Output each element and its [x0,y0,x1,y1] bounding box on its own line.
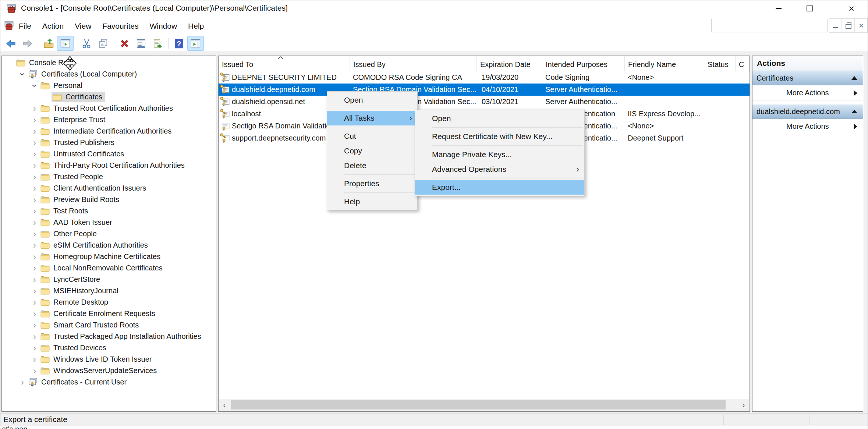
tree-item[interactable]: › Client Authentication Issuers [2,182,216,194]
column-header[interactable]: Expiration Date [477,56,542,71]
tree-item-core[interactable]: Test Roots [39,206,91,216]
scroll-right-arrow[interactable]: › [738,399,749,411]
chevron-icon[interactable]: › [30,332,39,341]
tree-item-core[interactable]: Preview Build Roots [39,194,122,205]
tree-item[interactable]: › Third-Party Root Certification Authori… [2,160,216,171]
chevron-icon[interactable]: › [30,230,39,238]
tree-item-core[interactable]: Personal [39,80,85,91]
chevron-icon[interactable]: › [30,366,39,375]
tree-item-core[interactable]: Local NonRemovable Certificates [39,263,165,273]
tree-item-core[interactable]: Windows Live ID Token Issuer [39,354,155,365]
tree-item-core[interactable]: Client Authentication Issuers [39,183,149,194]
tree-item[interactable]: › Certificates (Local Computer) [2,68,216,80]
chevron-icon[interactable]: › [30,298,39,307]
tree-item-core[interactable]: Trusted People [39,171,106,182]
scroll-left-arrow[interactable]: ‹ [219,399,230,411]
tree-item[interactable]: › Trusted People [2,171,216,182]
tree-item[interactable]: › Personal [2,80,216,91]
menu-item[interactable]: Action [42,22,64,31]
submenu-export[interactable]: Export... [415,180,584,195]
tree-item-core[interactable]: Untrusted Certificates [39,149,127,159]
context-menu-help[interactable]: Help [327,194,417,209]
chevron-icon[interactable]: › [30,309,39,318]
more-actions-certificate[interactable]: More Actions [752,119,863,134]
scrollbar-thumb[interactable] [231,400,726,409]
column-header[interactable]: Intended Purposes [542,56,625,71]
up-one-level-button[interactable] [40,36,57,51]
tree-item-core[interactable]: Other People [39,228,99,239]
chevron-icon[interactable]: › [30,264,39,273]
tree-item-core[interactable]: Certificates (Local Computer) [27,69,139,79]
chevron-icon[interactable]: › [30,173,39,181]
close-button[interactable]: ✕ [839,0,864,17]
child-close-button[interactable]: ✕ [855,18,868,33]
help-button[interactable] [171,36,187,51]
chevron-icon[interactable]: › [30,207,39,216]
tree-item[interactable]: › Smart Card Trusted Roots [2,319,216,331]
tree-item[interactable]: › Certificates - Current User [2,376,216,388]
chevron-icon[interactable]: › [18,378,27,387]
tree-item[interactable]: › Homegroup Machine Certificates [2,251,216,262]
tree-item[interactable]: › Trusted Root Certification Authorities [2,103,216,114]
tree-item-core[interactable]: Intermediate Certification Authorities [39,126,174,136]
tree-item[interactable]: › Trusted Packaged App Installation Auth… [2,331,216,342]
tree-item-core[interactable]: Remote Desktop [39,297,111,308]
chevron-icon[interactable]: › [30,252,39,261]
tree-item[interactable]: › Test Roots [2,205,216,217]
tree-item[interactable]: › MSIEHistoryJournal [2,285,216,297]
tree-item[interactable]: › Preview Build Roots [2,194,216,205]
context-menu-delete[interactable]: Delete [327,158,417,173]
chevron-icon[interactable]: › [30,81,39,91]
child-restore-button[interactable] [842,18,855,33]
tree-item-core[interactable]: Smart Card Trusted Roots [39,320,141,330]
submenu-advanced-operations[interactable]: Advanced Operations › [415,162,584,177]
context-menu-open[interactable]: Open [327,93,417,107]
chevron-icon[interactable]: › [30,355,39,364]
column-header[interactable]: Issued To [219,56,350,71]
chevron-icon[interactable]: › [30,104,39,113]
table-row[interactable]: dualshield.deepnetid.com Sectigo RSA Dom… [219,84,750,96]
cut-button[interactable] [78,36,95,51]
tree-item[interactable]: › Intermediate Certification Authorities [2,125,216,137]
chevron-icon[interactable]: › [30,287,39,295]
tree-item[interactable]: › eSIM Certification Authorities [2,240,216,251]
chevron-icon[interactable]: › [30,150,39,159]
tree-item[interactable]: › Untrusted Certificates [2,148,216,160]
table-row[interactable]: DEEPNET SECURITY LIMITED COMODO RSA Code… [219,71,750,84]
tree-item-core[interactable]: Certificate Enrolment Requests [39,308,158,319]
menu-item[interactable]: Help [188,22,204,31]
forward-button[interactable] [19,36,36,51]
tree-item-core[interactable]: Trusted Devices [39,343,109,353]
submenu-open[interactable]: Open [415,111,584,126]
properties-button[interactable] [133,36,149,51]
show-console-tree-button[interactable] [57,36,74,51]
menu-item[interactable]: View [75,22,91,31]
tree-item-core[interactable]: Certificates - Current User [27,377,129,387]
menu-item[interactable]: Window [149,22,177,31]
tree-item[interactable]: › Remote Desktop [2,297,216,308]
tree-item[interactable]: › Certificates [2,91,216,103]
tree-item-core[interactable]: LyncCertStore [39,274,103,285]
chevron-icon[interactable]: › [30,161,39,170]
tree-item[interactable]: › Local NonRemovable Certificates [2,262,216,274]
column-header[interactable]: Friendly Name [625,56,704,71]
column-header[interactable]: C [736,56,750,71]
tree-item[interactable]: › WindowsServerUpdateServices [2,365,216,376]
export-list-button[interactable] [149,36,166,51]
chevron-icon[interactable]: › [30,127,39,136]
column-header[interactable]: Status [704,56,736,71]
menu-item[interactable]: Favourites [102,22,138,31]
tree-item-core[interactable]: Trusted Publishers [39,137,117,148]
context-menu-cut[interactable]: Cut [327,129,417,143]
copy-button[interactable] [95,36,111,51]
submenu-request-certificate[interactable]: Request Certificate with New Key... [415,129,584,144]
chevron-icon[interactable]: › [30,116,39,124]
context-menu-all-tasks[interactable]: All Tasks › [327,111,417,125]
show-action-pane-button[interactable] [187,36,204,51]
context-menu-copy[interactable]: Copy [327,143,417,158]
tree-item-core[interactable]: WindowsServerUpdateServices [39,365,159,376]
chevron-icon[interactable]: › [30,184,39,193]
tree-item[interactable]: › Enterprise Trust [2,114,216,125]
tree-item-core[interactable]: Certificates [52,92,105,102]
tree-item-core[interactable]: Third-Party Root Certification Authoriti… [39,160,187,171]
